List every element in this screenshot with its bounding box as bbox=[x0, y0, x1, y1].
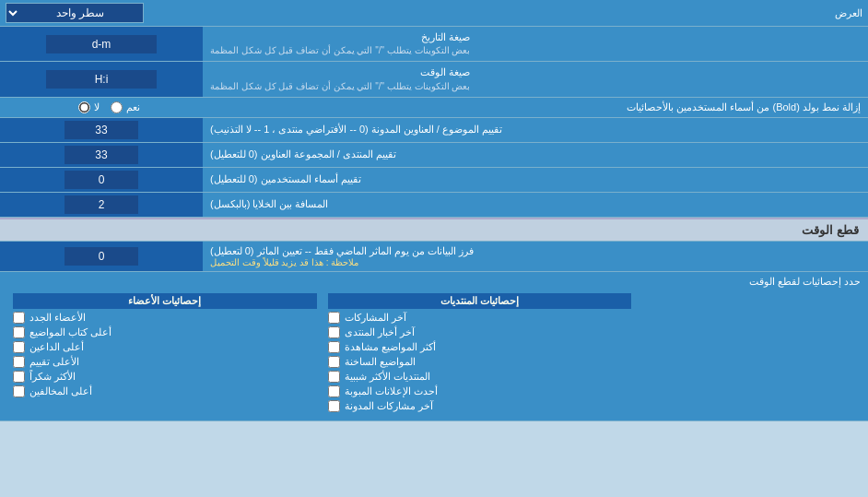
sort-forum-input-container bbox=[0, 143, 203, 167]
sort-forum-row: تقييم المنتدى / المجموعة العناوين (0 للت… bbox=[0, 143, 868, 168]
date-format-input-container bbox=[0, 27, 203, 61]
date-format-label: صيغة التاريخ بعض التكوينات يتطلب "/" الت… bbox=[203, 27, 868, 61]
stat-item-7: آخر مشاركات المدونة bbox=[328, 400, 632, 412]
stat-cb-contributions-1[interactable] bbox=[328, 312, 340, 324]
stat-item-6: أحدث الإعلانات المبوبة bbox=[328, 385, 632, 397]
stat-member-6: أعلى المخالفين bbox=[13, 385, 317, 397]
stat-cb-members-3[interactable] bbox=[13, 341, 25, 353]
sort-users-input-container bbox=[0, 168, 203, 192]
stat-cb-members-2[interactable] bbox=[13, 326, 25, 338]
date-format-row: صيغة التاريخ بعض التكوينات يتطلب "/" الت… bbox=[0, 27, 868, 62]
sort-topics-label: تقييم الموضوع / العناوين المدونة (0 -- ا… bbox=[203, 118, 868, 142]
time-format-input-container bbox=[0, 62, 203, 96]
stat-cb-members-5[interactable] bbox=[13, 371, 25, 383]
sort-topics-input-container bbox=[0, 118, 203, 142]
sort-forum-input[interactable] bbox=[65, 146, 138, 164]
stat-cb-contributions-2[interactable] bbox=[328, 326, 340, 338]
cutoff-section-header: قطع الوقت bbox=[0, 218, 868, 242]
spacing-row: المسافة بين الخلايا (بالبكسل) bbox=[0, 193, 868, 218]
top-row: العرض سطر واحد سطرين ثلاثة أسطر bbox=[0, 0, 868, 27]
stat-item-2: آخر أخبار المنتدى bbox=[328, 326, 632, 338]
sort-users-input[interactable] bbox=[65, 171, 138, 189]
stat-cb-contributions-3[interactable] bbox=[328, 341, 340, 353]
time-format-label: صيغة الوقت بعض التكوينات يتطلب "/" التي … bbox=[203, 62, 868, 96]
bold-radio-group: نعم لا bbox=[7, 101, 210, 113]
stat-member-2: أعلى كتاب المواضيع bbox=[13, 326, 317, 338]
stat-cb-contributions-7[interactable] bbox=[328, 400, 340, 412]
bold-yes-option: نعم bbox=[111, 101, 140, 113]
stats-grid: إحصائيات المنتديات آخر المشاركات آخر أخب… bbox=[7, 291, 861, 417]
cutoff-input-container bbox=[0, 242, 203, 271]
sort-users-row: تقييم أسماء المستخدمين (0 للتعطيل) bbox=[0, 168, 868, 193]
stat-cb-members-6[interactable] bbox=[13, 385, 25, 397]
stat-item-5: المنتديات الأكثر شببية bbox=[328, 371, 632, 383]
bold-label: إزالة نمط بولد (Bold) من أسماء المستخدمي… bbox=[210, 101, 861, 113]
stat-cb-members-1[interactable] bbox=[13, 312, 25, 324]
stat-member-3: أعلى الداعين bbox=[13, 341, 317, 353]
stat-cb-contributions-5[interactable] bbox=[328, 371, 340, 383]
stats-section: حدد إحصائيات لقطع الوقت إحصائيات المنتدي… bbox=[0, 272, 868, 421]
spacing-input[interactable] bbox=[65, 195, 138, 214]
stats-members-col: إحصائيات الأعضاء الأعضاء الجدد أعلى كتاب… bbox=[7, 291, 323, 417]
bold-radio-row: إزالة نمط بولد (Bold) من أسماء المستخدمي… bbox=[0, 98, 868, 118]
stats-header: حدد إحصائيات لقطع الوقت bbox=[7, 276, 861, 288]
cutoff-label: فرز البيانات من يوم الماثر الماضي فقط --… bbox=[203, 242, 868, 271]
cutoff-input[interactable] bbox=[65, 247, 138, 266]
date-format-input[interactable] bbox=[46, 35, 157, 53]
stat-cb-contributions-6[interactable] bbox=[328, 385, 340, 397]
bold-yes-radio[interactable] bbox=[111, 101, 123, 113]
stat-member-1: الأعضاء الجدد bbox=[13, 312, 317, 324]
stat-cb-members-4[interactable] bbox=[13, 356, 25, 368]
sort-topics-input[interactable] bbox=[65, 121, 138, 139]
stats-col-empty bbox=[637, 291, 861, 417]
stat-member-5: الأكثر شكراً bbox=[13, 371, 317, 383]
stat-item-3: أكثر المواضيع مشاهدة bbox=[328, 341, 632, 353]
spacing-input-container bbox=[0, 193, 203, 217]
stat-item-4: المواضيع الساخنة bbox=[328, 356, 632, 368]
time-format-input[interactable] bbox=[46, 70, 157, 89]
sort-topics-row: تقييم الموضوع / العناوين المدونة (0 -- ا… bbox=[0, 118, 868, 143]
main-container: العرض سطر واحد سطرين ثلاثة أسطر صيغة الت… bbox=[0, 0, 868, 421]
display-select[interactable]: سطر واحد سطرين ثلاثة أسطر bbox=[6, 3, 144, 23]
time-format-row: صيغة الوقت بعض التكوينات يتطلب "/" التي … bbox=[0, 62, 868, 97]
bold-yes-label: نعم bbox=[126, 101, 140, 113]
stats-contributions-col: إحصائيات المنتديات آخر المشاركات آخر أخب… bbox=[323, 291, 638, 417]
stat-item-1: آخر المشاركات bbox=[328, 312, 632, 324]
stat-member-4: الأعلى تقييم bbox=[13, 356, 317, 368]
bold-no-label: لا bbox=[94, 101, 100, 113]
contributions-header: إحصائيات المنتديات bbox=[328, 293, 632, 309]
sort-forum-label: تقييم المنتدى / المجموعة العناوين (0 للت… bbox=[203, 143, 868, 167]
top-row-label: العرض bbox=[144, 7, 862, 19]
spacing-label: المسافة بين الخلايا (بالبكسل) bbox=[203, 193, 868, 217]
bold-no-radio[interactable] bbox=[78, 101, 90, 113]
stat-cb-contributions-4[interactable] bbox=[328, 356, 340, 368]
sort-users-label: تقييم أسماء المستخدمين (0 للتعطيل) bbox=[203, 168, 868, 192]
members-header: إحصائيات الأعضاء bbox=[13, 293, 317, 309]
cutoff-row: فرز البيانات من يوم الماثر الماضي فقط --… bbox=[0, 242, 868, 272]
bold-no-option: لا bbox=[78, 101, 100, 113]
